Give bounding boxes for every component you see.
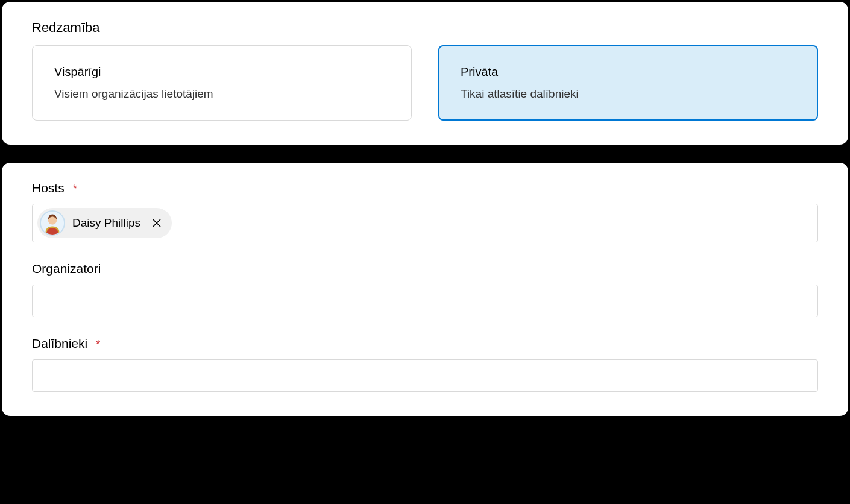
avatar-icon [41, 212, 64, 235]
hosts-input[interactable]: Daisy Phillips [32, 204, 818, 242]
organizers-field-group: Organizatori [32, 262, 818, 317]
members-label: Dalībnieki [32, 336, 87, 351]
option-desc: Tikai atlasītie dalībnieki [461, 87, 796, 101]
organizers-input[interactable] [32, 285, 818, 317]
hosts-label-row: Hosts * [32, 181, 818, 195]
organizers-label-row: Organizatori [32, 262, 818, 276]
required-asterisk-icon: * [96, 339, 100, 350]
option-title: Vispārīgi [54, 65, 389, 79]
host-chip: Daisy Phillips [37, 208, 172, 238]
chip-remove-button[interactable] [150, 216, 163, 230]
visibility-heading: Redzamība [32, 20, 818, 36]
option-title: Privāta [461, 65, 796, 79]
members-label-row: Dalībnieki * [32, 336, 818, 351]
required-asterisk-icon: * [73, 183, 77, 194]
close-icon [152, 218, 162, 228]
avatar [40, 210, 65, 236]
option-desc: Visiem organizācijas lietotājiem [54, 87, 389, 101]
participants-panel: Hosts * Daisy Phillips [2, 163, 848, 416]
chip-name: Daisy Phillips [72, 216, 140, 230]
visibility-option-general[interactable]: Vispārīgi Visiem organizācijas lietotāji… [32, 45, 412, 121]
members-input[interactable] [32, 359, 818, 392]
visibility-panel: Redzamība Vispārīgi Visiem organizācijas… [2, 2, 848, 145]
hosts-field-group: Hosts * Daisy Phillips [32, 181, 818, 242]
visibility-options-row: Vispārīgi Visiem organizācijas lietotāji… [32, 45, 818, 121]
organizers-label: Organizatori [32, 262, 101, 276]
visibility-option-private[interactable]: Privāta Tikai atlasītie dalībnieki [438, 45, 818, 121]
members-field-group: Dalībnieki * [32, 336, 818, 392]
hosts-label: Hosts [32, 181, 65, 195]
